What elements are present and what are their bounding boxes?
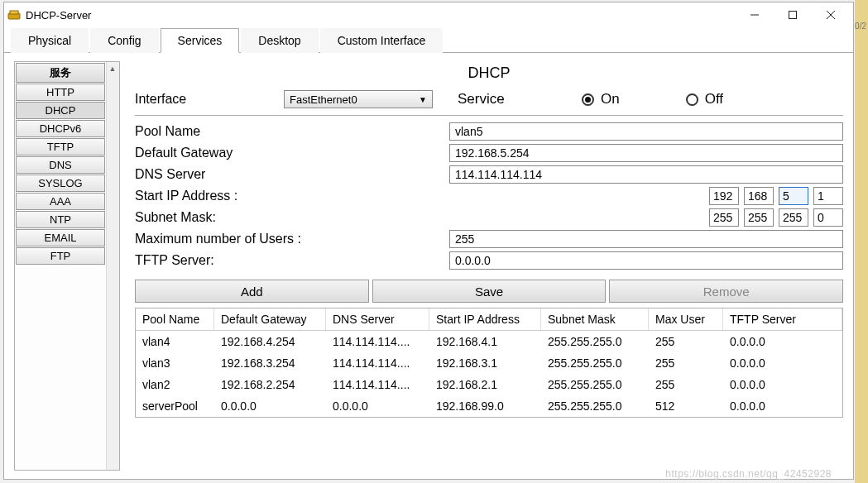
pool-table: Pool Name Default Gateway DNS Server Sta… bbox=[135, 308, 843, 418]
page-title: DHCP bbox=[135, 61, 843, 90]
maximize-button[interactable] bbox=[774, 3, 812, 26]
table-row[interactable]: vlan4192.168.4.254114.114.114....192.168… bbox=[136, 331, 842, 352]
radio-on-label: On bbox=[601, 91, 620, 108]
radio-on-circle bbox=[582, 93, 594, 106]
save-button[interactable]: Save bbox=[372, 280, 607, 303]
sidebar-item-http[interactable]: HTTP bbox=[16, 84, 105, 101]
subnet-octet-1[interactable] bbox=[709, 208, 739, 227]
gateway-label: Default Gateway bbox=[135, 146, 449, 160]
table-row[interactable]: vlan2192.168.2.254114.114.114....192.168… bbox=[136, 374, 842, 395]
dns-input[interactable] bbox=[449, 165, 843, 184]
table-cell: 192.168.2.254 bbox=[214, 374, 326, 395]
table-row[interactable]: vlan3192.168.3.254114.114.114....192.168… bbox=[136, 352, 842, 374]
th-tftp[interactable]: TFTP Server bbox=[723, 308, 842, 330]
subnet-octet-2[interactable] bbox=[744, 208, 774, 227]
table-cell: 255.255.255.0 bbox=[541, 395, 649, 417]
table-cell: 0.0.0.0 bbox=[723, 395, 842, 417]
subnet-octet-4[interactable] bbox=[813, 208, 843, 227]
tab-desktop[interactable]: Desktop bbox=[241, 28, 318, 53]
interface-label: Interface bbox=[135, 92, 276, 107]
svg-rect-1 bbox=[10, 11, 18, 14]
table-cell: 114.114.114.... bbox=[326, 331, 429, 352]
table-cell: 255 bbox=[649, 352, 723, 374]
window-controls bbox=[736, 3, 850, 26]
sidebar-item-dns[interactable]: DNS bbox=[16, 156, 105, 174]
table-cell: 114.114.114.... bbox=[326, 374, 429, 395]
service-radio-group: On Off bbox=[582, 91, 723, 108]
tab-physical[interactable]: Physical bbox=[11, 28, 89, 53]
th-max-user[interactable]: Max User bbox=[649, 308, 723, 330]
subnet-octet-3[interactable] bbox=[779, 208, 808, 227]
table-cell: 255 bbox=[649, 331, 723, 352]
sidebar-item-tftp[interactable]: TFTP bbox=[16, 138, 105, 155]
table-cell: 192.168.3.1 bbox=[429, 352, 541, 374]
max-users-input[interactable] bbox=[449, 230, 843, 248]
table-header: Pool Name Default Gateway DNS Server Sta… bbox=[136, 308, 842, 331]
radio-off-circle bbox=[686, 93, 698, 106]
max-users-label: Maximum number of Users : bbox=[135, 232, 449, 246]
radio-off[interactable]: Off bbox=[686, 91, 723, 108]
th-subnet[interactable]: Subnet Mask bbox=[541, 308, 649, 330]
table-cell: 192.168.99.0 bbox=[429, 395, 541, 417]
table-cell: 0.0.0.0 bbox=[326, 395, 429, 417]
sidebar-item-aaa[interactable]: AAA bbox=[16, 193, 105, 210]
sidebar-item-ntp[interactable]: NTP bbox=[16, 211, 105, 228]
right-edge-text: 0/2 bbox=[855, 22, 866, 31]
radio-on[interactable]: On bbox=[582, 91, 620, 108]
radio-dot-icon bbox=[585, 97, 591, 103]
th-start-ip[interactable]: Start IP Address bbox=[429, 308, 541, 330]
start-ip-octet-3[interactable] bbox=[779, 187, 808, 205]
separator bbox=[135, 115, 843, 116]
table-cell: serverPool bbox=[136, 395, 214, 417]
tab-custom-interface[interactable]: Custom Interface bbox=[320, 28, 444, 53]
table-cell: 192.168.4.1 bbox=[429, 331, 541, 352]
gateway-input[interactable] bbox=[449, 144, 843, 162]
interface-row: Interface FastEthernet0 ▼ Service On Off bbox=[135, 90, 843, 113]
table-cell: 0.0.0.0 bbox=[723, 331, 842, 352]
sidebar-item-email[interactable]: EMAIL bbox=[16, 229, 105, 246]
start-ip-octet-2[interactable] bbox=[744, 187, 774, 205]
tab-services[interactable]: Services bbox=[161, 28, 240, 53]
interface-select[interactable]: FastEthernet0 ▼ bbox=[284, 90, 433, 108]
table-cell: 192.168.4.254 bbox=[214, 331, 326, 352]
watermark: https://blog.csdn.net/qq_42452928 bbox=[665, 468, 832, 480]
table-cell: 255.255.255.0 bbox=[541, 352, 649, 374]
sidebar-scrollbar[interactable]: ▲ bbox=[106, 62, 119, 470]
table-cell: vlan2 bbox=[136, 374, 214, 395]
table-row[interactable]: serverPool0.0.0.00.0.0.0192.168.99.0255.… bbox=[136, 395, 842, 417]
sidebar-item-dhcp[interactable]: DHCP bbox=[16, 102, 105, 119]
main-tabs: Physical Config Services Desktop Custom … bbox=[4, 27, 853, 53]
remove-button[interactable]: Remove bbox=[609, 280, 843, 303]
table-cell: vlan4 bbox=[136, 331, 214, 352]
table-cell: 255.255.255.0 bbox=[541, 374, 649, 395]
sidebar-item-syslog[interactable]: SYSLOG bbox=[16, 175, 105, 192]
start-ip-octet-1[interactable] bbox=[709, 187, 739, 205]
th-gateway[interactable]: Default Gateway bbox=[214, 308, 326, 330]
table-cell: 114.114.114.... bbox=[326, 352, 429, 374]
th-pool-name[interactable]: Pool Name bbox=[136, 308, 214, 330]
dns-label: DNS Server bbox=[135, 167, 449, 182]
right-edge-decoration bbox=[855, 0, 868, 483]
main-panel: DHCP Interface FastEthernet0 ▼ Service O… bbox=[135, 61, 843, 471]
pool-name-label: Pool Name bbox=[135, 124, 449, 139]
content-area: ▲ 服务 HTTP DHCP DHCPv6 TFTP DNS SYSLOG AA… bbox=[4, 53, 853, 479]
table-cell: 0.0.0.0 bbox=[214, 395, 326, 417]
minimize-button[interactable] bbox=[736, 3, 774, 26]
action-buttons: Add Save Remove bbox=[135, 280, 843, 303]
pool-name-input[interactable] bbox=[449, 122, 843, 141]
tftp-input[interactable] bbox=[449, 251, 843, 270]
tab-config[interactable]: Config bbox=[90, 28, 158, 53]
window-title: DHCP-Server bbox=[26, 9, 736, 22]
th-dns[interactable]: DNS Server bbox=[326, 308, 429, 330]
sidebar-item-ftp[interactable]: FTP bbox=[16, 247, 105, 265]
tftp-label: TFTP Server: bbox=[135, 253, 449, 268]
sidebar-item-dhcpv6[interactable]: DHCPv6 bbox=[16, 120, 105, 137]
table-cell: 255 bbox=[649, 374, 723, 395]
table-body: vlan4192.168.4.254114.114.114....192.168… bbox=[136, 331, 842, 417]
sidebar-header: 服务 bbox=[16, 63, 105, 83]
close-button[interactable] bbox=[812, 3, 850, 26]
scroll-up-icon[interactable]: ▲ bbox=[107, 62, 118, 75]
add-button[interactable]: Add bbox=[135, 280, 369, 303]
table-cell: 255.255.255.0 bbox=[541, 331, 649, 352]
start-ip-octet-4[interactable] bbox=[813, 187, 843, 205]
